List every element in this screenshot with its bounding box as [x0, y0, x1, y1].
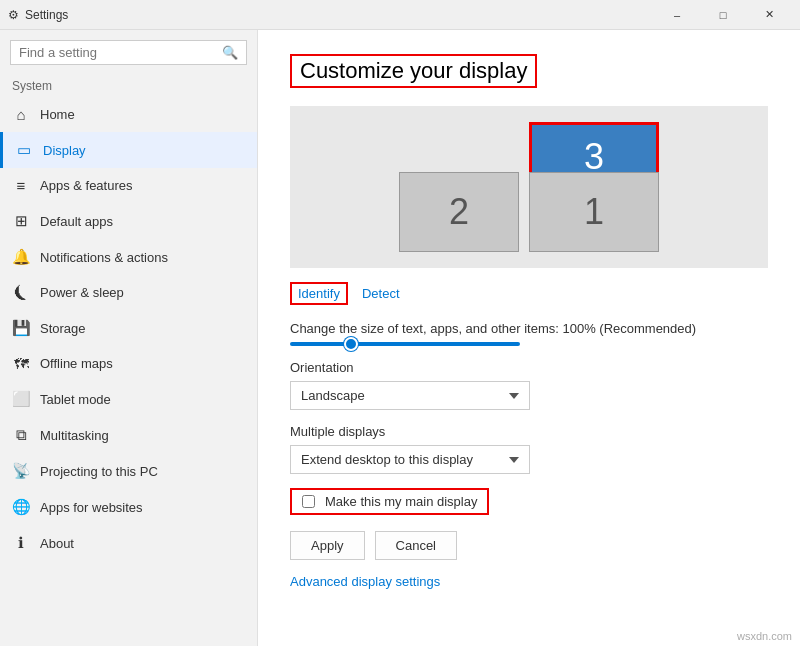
multiple-displays-label: Multiple displays [290, 424, 768, 439]
sidebar: 🔍 System ⌂ Home ▭ Display ≡ Apps & featu… [0, 30, 258, 646]
sidebar-section-label: System [0, 71, 257, 97]
title-bar-controls: – □ ✕ [654, 0, 792, 30]
close-button[interactable]: ✕ [746, 0, 792, 30]
sidebar-item-storage[interactable]: 💾 Storage [0, 310, 257, 346]
size-slider[interactable] [290, 342, 520, 346]
orientation-select[interactable]: Landscape Portrait Landscape (flipped) P… [290, 381, 530, 410]
watermark: wsxdn.com [737, 630, 792, 642]
monitor-2[interactable]: 2 [399, 172, 519, 252]
restore-button[interactable]: □ [700, 0, 746, 30]
main-display-checkbox-label[interactable]: Make this my main display [290, 488, 489, 515]
monitor-2-label: 2 [449, 191, 469, 233]
cancel-button[interactable]: Cancel [375, 531, 457, 560]
sidebar-item-display[interactable]: ▭ Display [0, 132, 257, 168]
sidebar-item-apps-websites[interactable]: 🌐 Apps for websites [0, 489, 257, 525]
sidebar-item-label: Notifications & actions [40, 250, 168, 265]
text-size-row: Change the size of text, apps, and other… [290, 321, 768, 346]
power-sleep-icon: ⏾ [12, 284, 30, 301]
offline-maps-icon: 🗺 [12, 355, 30, 372]
notifications-icon: 🔔 [12, 248, 30, 266]
orientation-label: Orientation [290, 360, 768, 375]
apps-features-icon: ≡ [12, 177, 30, 194]
display-preview-area: 3 2 1 [290, 106, 768, 268]
sidebar-item-label: Multitasking [40, 428, 109, 443]
content-area: Customize your display 3 2 1 Identify [258, 30, 800, 646]
sidebar-item-default-apps[interactable]: ⊞ Default apps [0, 203, 257, 239]
multiple-displays-select[interactable]: Duplicate these displays Extend desktop … [290, 445, 530, 474]
title-bar: ⚙ Settings – □ ✕ [0, 0, 800, 30]
sidebar-item-label: About [40, 536, 74, 551]
display-actions: Identify Detect [290, 282, 768, 305]
default-apps-icon: ⊞ [12, 212, 30, 230]
sidebar-item-label: Apps for websites [40, 500, 143, 515]
minimize-button[interactable]: – [654, 0, 700, 30]
main-layout: 🔍 System ⌂ Home ▭ Display ≡ Apps & featu… [0, 30, 800, 646]
action-buttons: Apply Cancel [290, 531, 768, 560]
tablet-mode-icon: ⬜ [12, 390, 30, 408]
main-display-row: Make this my main display [290, 488, 768, 515]
title-bar-title: Settings [25, 8, 68, 22]
sidebar-item-label: Default apps [40, 214, 113, 229]
identify-button[interactable]: Identify [290, 282, 348, 305]
projecting-icon: 📡 [12, 462, 30, 480]
multiple-displays-row: Multiple displays Duplicate these displa… [290, 424, 768, 474]
multitasking-icon: ⧉ [12, 426, 30, 444]
sidebar-item-label: Home [40, 107, 75, 122]
sidebar-item-label: Apps & features [40, 178, 133, 193]
sidebar-item-about[interactable]: ℹ About [0, 525, 257, 561]
apps-websites-icon: 🌐 [12, 498, 30, 516]
sidebar-item-projecting[interactable]: 📡 Projecting to this PC [0, 453, 257, 489]
monitors-container: 3 2 1 [399, 122, 659, 252]
search-box[interactable]: 🔍 [10, 40, 247, 65]
storage-icon: 💾 [12, 319, 30, 337]
sidebar-item-label: Display [43, 143, 86, 158]
title-bar-left: ⚙ Settings [8, 8, 68, 22]
page-title: Customize your display [290, 54, 537, 88]
sidebar-item-apps-features[interactable]: ≡ Apps & features [0, 168, 257, 203]
sidebar-item-label: Projecting to this PC [40, 464, 158, 479]
slider-label: Change the size of text, apps, and other… [290, 321, 768, 336]
sidebar-item-label: Storage [40, 321, 86, 336]
main-display-label: Make this my main display [325, 494, 477, 509]
sidebar-item-home[interactable]: ⌂ Home [0, 97, 257, 132]
sidebar-item-label: Power & sleep [40, 285, 124, 300]
sidebar-item-multitasking[interactable]: ⧉ Multitasking [0, 417, 257, 453]
sidebar-item-power-sleep[interactable]: ⏾ Power & sleep [0, 275, 257, 310]
monitor-1-label: 1 [584, 191, 604, 233]
sidebar-item-notifications[interactable]: 🔔 Notifications & actions [0, 239, 257, 275]
main-display-checkbox[interactable] [302, 495, 315, 508]
sidebar-item-offline-maps[interactable]: 🗺 Offline maps [0, 346, 257, 381]
about-icon: ℹ [12, 534, 30, 552]
sidebar-item-tablet-mode[interactable]: ⬜ Tablet mode [0, 381, 257, 417]
sidebar-item-label: Tablet mode [40, 392, 111, 407]
home-icon: ⌂ [12, 106, 30, 123]
search-icon: 🔍 [222, 45, 238, 60]
slider-container [290, 342, 768, 346]
apply-button[interactable]: Apply [290, 531, 365, 560]
detect-button[interactable]: Detect [362, 286, 400, 301]
search-input[interactable] [19, 45, 216, 60]
monitor-1[interactable]: 1 [529, 172, 659, 252]
settings-icon: ⚙ [8, 8, 19, 22]
display-icon: ▭ [15, 141, 33, 159]
sidebar-item-label: Offline maps [40, 356, 113, 371]
advanced-display-link[interactable]: Advanced display settings [290, 574, 440, 589]
orientation-row: Orientation Landscape Portrait Landscape… [290, 360, 768, 410]
